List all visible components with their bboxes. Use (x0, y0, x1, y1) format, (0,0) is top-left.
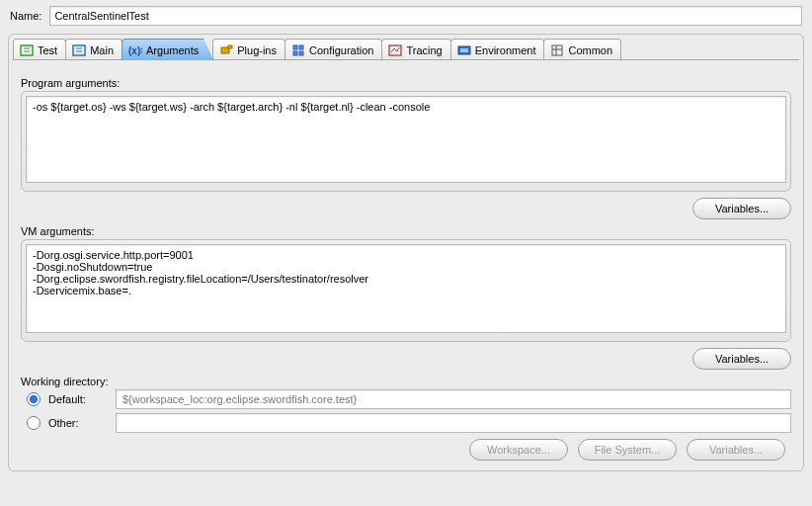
tab-arguments[interactable]: (x)= Arguments (122, 39, 213, 60)
program-args-group (21, 91, 791, 192)
name-input[interactable] (49, 6, 802, 26)
tab-label: Main (90, 44, 114, 56)
tab-bar: Test Main (x)= Arguments Plug-ins Config… (9, 35, 803, 60)
svg-rect-0 (21, 45, 33, 55)
config-panel: Test Main (x)= Arguments Plug-ins Config… (8, 34, 804, 471)
common-icon (550, 43, 564, 57)
workspace-button[interactable]: Workspace... (469, 439, 568, 461)
environment-icon (457, 43, 471, 57)
test-icon (20, 43, 34, 57)
working-dir-default-field (116, 389, 791, 409)
tab-tracing[interactable]: Tracing (381, 39, 450, 60)
tab-label: Tracing (406, 44, 442, 56)
tab-test[interactable]: Test (13, 39, 66, 60)
program-args-label: Program arguments: (21, 77, 791, 89)
svg-text:(x)=: (x)= (128, 45, 142, 56)
svg-rect-3 (73, 45, 85, 55)
tracing-icon (388, 43, 402, 57)
vm-args-variables-button[interactable]: Variables... (692, 348, 791, 370)
svg-rect-15 (460, 48, 468, 52)
tab-label: Common (568, 44, 612, 56)
arguments-icon: (x)= (128, 43, 142, 57)
tab-configuration[interactable]: Configuration (284, 39, 382, 60)
working-dir-other-field[interactable] (116, 413, 791, 433)
working-dir-default-label: Default: (48, 393, 108, 405)
vm-args-label: VM arguments: (21, 225, 791, 237)
working-dir-other-label: Other: (48, 417, 108, 429)
svg-rect-9 (293, 45, 297, 49)
program-args-textarea[interactable] (26, 96, 786, 183)
svg-rect-13 (389, 45, 401, 55)
working-dir-default-radio[interactable] (27, 392, 41, 406)
svg-rect-16 (552, 45, 562, 55)
configuration-icon (291, 43, 305, 57)
tab-label: Arguments (146, 44, 199, 56)
svg-rect-8 (228, 45, 232, 48)
tab-label: Configuration (309, 44, 373, 56)
filesystem-button[interactable]: File System... (578, 439, 677, 461)
svg-rect-10 (299, 45, 303, 49)
tab-plugins[interactable]: Plug-ins (212, 39, 285, 60)
vm-args-textarea[interactable] (26, 244, 786, 333)
tab-label: Test (38, 44, 57, 56)
vm-args-group (21, 239, 791, 342)
plugins-icon (219, 43, 233, 57)
name-label: Name: (10, 10, 41, 22)
svg-rect-11 (293, 51, 297, 55)
tab-common[interactable]: Common (543, 39, 621, 60)
working-dir-variables-button[interactable]: Variables... (687, 439, 785, 461)
main-icon (72, 43, 86, 57)
tab-environment[interactable]: Environment (450, 39, 545, 60)
program-args-variables-button[interactable]: Variables... (692, 198, 791, 219)
working-dir-label: Working directory: (21, 376, 791, 387)
svg-rect-12 (299, 51, 303, 55)
working-dir-other-radio[interactable] (27, 416, 41, 430)
tab-label: Environment (475, 44, 536, 56)
tab-main[interactable]: Main (65, 39, 122, 60)
tab-label: Plug-ins (237, 44, 277, 56)
